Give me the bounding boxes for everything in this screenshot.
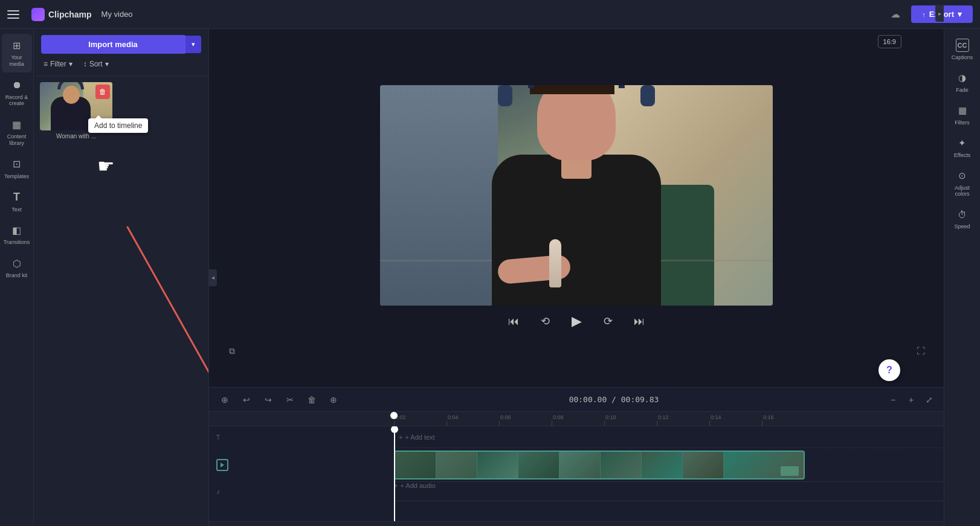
video-track-content[interactable] [394,448,944,482]
delete-media-button[interactable]: 🗑 [95,85,110,99]
ruler-label: 0:04 [448,414,459,420]
ruler-label: 0:14 [711,414,721,420]
add-text-label[interactable]: + + Add text [399,434,435,441]
video-clip[interactable] [394,451,805,479]
fit-button[interactable]: ⤢ [922,393,936,407]
cursor-hand-icon: ☛ [97,155,115,178]
center-area: 16:9 [209,29,944,526]
fade-label: Fade [956,87,969,93]
templates-icon: ⊡ [10,158,24,171]
media-item-label: Woman with ... [40,133,112,140]
text-track-row: T + + Add text [209,426,944,448]
skip-back-button[interactable]: ⏮ [504,312,523,331]
sidebar-item-templates[interactable]: ⊡ Templates [2,153,32,185]
media-grid: 🗑 Woman with ... Add to timeline ☛ [34,76,208,526]
text-icon: T [10,191,24,204]
logo-icon [31,8,45,21]
right-sidebar-effects[interactable]: ✦ Effects [946,132,979,163]
filter-button[interactable]: ≡ Filter ▾ [41,59,75,69]
your-media-icon: ⊞ [10,39,24,52]
sidebar-item-label: Brand kit [6,272,28,279]
timeline: ⊕ ↩ ↪ ✂ 🗑 ⊕ 00:00.00 / 00:09.83 − + ⤢ [209,387,944,526]
zoom-out-button[interactable]: − [886,393,900,407]
cloud-save-icon: ☁ [887,6,904,23]
sidebar-item-label: Transitions [4,239,30,246]
adjust-colors-label: Adjust colors [949,185,976,197]
clip-frame-2 [436,452,477,478]
forward-5s-button[interactable]: ⟳ [598,312,617,331]
drag-arrow-overlay [34,76,208,499]
timeline-scrollbar[interactable] [209,521,944,526]
pip-button[interactable]: ⧉ [224,342,240,359]
sidebar-item-label: Record & create [4,94,30,107]
adjust-colors-icon: ⊙ [956,169,969,182]
timeline-time-display: 00:00.00 / 00:09.83 [347,395,881,404]
redo-button[interactable]: ↪ [260,391,277,408]
video-controls: ⧉ ⏮ ⟲ ▶ ⟳ ⏭ ⛶ [504,312,649,331]
audio-track-row: ♪ + + Add audio [209,482,944,501]
menu-button[interactable] [7,6,24,23]
filter-sort-row: ≡ Filter ▾ ↕ Sort ▾ [41,59,201,69]
ruler-label: 0:06 [500,414,511,420]
video-track-label [209,459,394,471]
sidebar-item-brand-kit[interactable]: ⬡ Brand kit [2,252,32,284]
audio-note-icon: ♪ [216,487,220,496]
right-sidebar-filters[interactable]: ▦ Filters [946,99,979,130]
fullscreen-icon: ⛶ [912,342,929,359]
preview-top-controls: 16:9 [878,35,901,48]
right-sidebar-fade[interactable]: ◑ Fade [946,66,979,98]
ruler-label: 0:12 [658,414,669,420]
split-button[interactable]: ✂ [282,391,298,408]
sidebar-item-text[interactable]: T Text [2,186,32,218]
right-sidebar-adjust-colors[interactable]: ⊙ Adjust colors [946,164,979,202]
import-dropdown-button[interactable]: ▾ [185,36,201,53]
undo-button[interactable]: ↩ [238,391,255,408]
zoom-in-button[interactable]: + [904,393,918,407]
play-button[interactable]: ▶ [567,312,586,331]
video-background [380,85,773,306]
sidebar-item-content-library[interactable]: ▦ Content library [2,113,32,152]
clip-frame-1 [395,452,436,478]
add-audio-button[interactable]: + + Add audio [394,482,436,489]
project-name[interactable]: My video [102,10,133,19]
filter-icon: ≡ [44,60,48,68]
text-track-content[interactable]: + + Add text [394,426,944,448]
ruler-label: 0:10 [605,414,616,420]
sidebar-item-transitions[interactable]: ◧ Transitions [2,219,32,251]
captions-icon: CC [956,39,969,52]
sidebar-item-record[interactable]: ⏺ Record & create [2,74,32,112]
logo-text: Clipchamp [48,10,92,19]
media-item-woman-with[interactable]: 🗑 Woman with ... Add to timeline [40,82,112,140]
add-text-icon: + [399,434,402,441]
text-track-label: T [209,434,394,441]
save-button[interactable]: ⊕ [325,391,342,408]
aspect-ratio-button[interactable]: 16:9 [878,35,901,48]
collapse-panel-button[interactable]: ◂ [208,269,217,286]
clip-frame-6 [601,452,642,478]
video-track-icon [216,459,228,471]
transitions-icon: ◧ [10,223,24,237]
delete-button[interactable]: 🗑 [303,391,320,408]
clip-frame-8 [683,452,724,478]
sort-button[interactable]: ↕ Sort ▾ [81,59,111,69]
ruler-marks-container: 0:02 0:04 0:06 0:08 [394,412,944,426]
timeline-cursor [394,426,395,521]
effects-icon: ✦ [956,136,969,150]
filters-label: Filters [955,120,970,126]
import-media-button[interactable]: Import media [41,35,185,54]
clip-frame-4 [518,452,559,478]
effects-label: Effects [954,152,970,158]
snap-button[interactable]: ⊕ [216,391,233,408]
sidebar-item-your-media[interactable]: ⊞ Your media [2,34,32,72]
brand-kit-icon: ⬡ [10,257,24,270]
back-5s-button[interactable]: ⟲ [535,312,555,331]
right-sidebar-captions[interactable]: CC Captions [946,34,979,65]
record-icon: ⏺ [10,79,24,92]
help-button[interactable]: ? [878,359,900,381]
clip-frame-7 [642,452,683,478]
import-btn-row: Import media ▾ [41,35,201,54]
skip-forward-button[interactable]: ⏭ [630,312,649,331]
fullscreen-button[interactable]: ⛶ [912,342,929,359]
right-sidebar-speed[interactable]: ⏱ Speed [946,203,979,234]
right-sidebar: ▸ CC Captions ◑ Fade ▦ Filters ✦ Effects… [944,29,980,526]
